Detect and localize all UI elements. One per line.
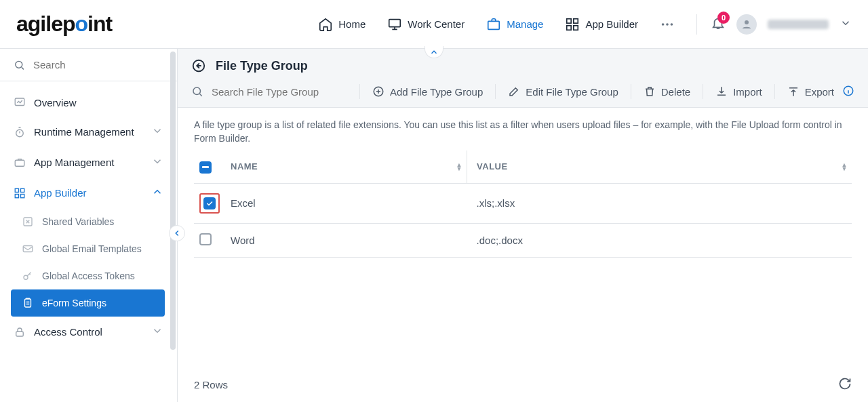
sidebar-item-email-templates[interactable]: Global Email Templates bbox=[11, 235, 177, 262]
user-menu-toggle[interactable] bbox=[840, 17, 852, 31]
svg-rect-15 bbox=[21, 188, 24, 192]
mail-icon bbox=[22, 243, 34, 255]
cell-value: .doc;.docx bbox=[467, 223, 852, 257]
sidebar-eform-label: eForm Settings bbox=[42, 298, 106, 308]
search-icon bbox=[14, 59, 25, 71]
delete-label: Delete bbox=[661, 86, 690, 98]
svg-rect-17 bbox=[21, 194, 24, 197]
header-name[interactable]: NAME ▲▼ bbox=[225, 150, 467, 183]
header-right-group: 0 bbox=[696, 14, 852, 35]
export-label: Export bbox=[805, 86, 834, 98]
trash-icon bbox=[644, 85, 656, 98]
nav-app-builder-label: App Builder bbox=[585, 18, 638, 30]
sidebar-shared-vars-label: Shared Variables bbox=[42, 216, 114, 227]
svg-rect-5 bbox=[574, 25, 578, 29]
avatar[interactable] bbox=[736, 14, 757, 35]
sidebar-item-shared-variables[interactable]: Shared Variables bbox=[11, 208, 177, 235]
sidebar-item-app-management[interactable]: App Management bbox=[0, 147, 177, 178]
username-label bbox=[768, 20, 829, 29]
main-content: File Type Group Add File Type Group Edit… bbox=[178, 49, 868, 402]
svg-rect-14 bbox=[15, 188, 18, 192]
toolbar-divider bbox=[359, 84, 360, 99]
sidebar-appbuilder-label: App Builder bbox=[34, 187, 87, 199]
svg-point-9 bbox=[745, 20, 749, 24]
pencil-icon bbox=[508, 85, 520, 98]
row-checkbox[interactable] bbox=[203, 197, 216, 209]
toolbar: Add File Type Group Edit File Type Group… bbox=[178, 79, 868, 107]
row-checkbox[interactable] bbox=[199, 233, 212, 245]
stopwatch-icon bbox=[14, 126, 26, 138]
nav-home[interactable]: Home bbox=[318, 17, 366, 32]
nav-work-center[interactable]: Work Center bbox=[387, 17, 465, 32]
header-select-all[interactable] bbox=[194, 150, 225, 183]
table-footer: 2 Rows bbox=[194, 377, 852, 393]
sidebar-scrollbar[interactable] bbox=[170, 52, 176, 350]
header-name-label: NAME bbox=[231, 161, 258, 172]
page-header: File Type Group Add File Type Group Edit… bbox=[178, 49, 868, 108]
table-row[interactable]: Word .doc;.docx bbox=[194, 223, 852, 257]
monitor-icon bbox=[387, 17, 402, 32]
nav-manage[interactable]: Manage bbox=[486, 17, 543, 32]
nav-work-center-label: Work Center bbox=[408, 18, 465, 30]
edit-label: Edit File Type Group bbox=[526, 86, 618, 98]
sidebar-search-input[interactable] bbox=[32, 58, 163, 71]
toolbar-divider bbox=[631, 84, 631, 99]
nav-home-label: Home bbox=[338, 18, 366, 30]
svg-point-20 bbox=[24, 275, 28, 279]
sidebar-email-label: Global Email Templates bbox=[42, 243, 142, 254]
home-icon bbox=[318, 17, 333, 32]
chevron-left-icon bbox=[172, 228, 182, 238]
edit-button[interactable]: Edit File Type Group bbox=[508, 85, 618, 98]
add-button[interactable]: Add File Type Group bbox=[372, 85, 483, 98]
page-title: File Type Group bbox=[216, 59, 308, 73]
toolbar-search[interactable] bbox=[191, 85, 347, 98]
briefcase-icon bbox=[14, 157, 26, 169]
svg-rect-3 bbox=[574, 18, 578, 22]
import-label: Import bbox=[733, 86, 762, 98]
refresh-button[interactable] bbox=[838, 377, 852, 393]
sidebar-item-overview[interactable]: Overview bbox=[0, 88, 177, 117]
sidebar-group: Overview Runtime Management App Manageme… bbox=[0, 81, 177, 354]
svg-rect-13 bbox=[15, 160, 24, 166]
sidebar-item-app-builder[interactable]: App Builder bbox=[0, 178, 177, 208]
nav-app-builder[interactable]: App Builder bbox=[565, 17, 638, 32]
nav-more[interactable] bbox=[660, 17, 675, 32]
add-label: Add File Type Group bbox=[390, 86, 483, 98]
page-title-row: File Type Group bbox=[178, 49, 868, 79]
import-button[interactable]: Import bbox=[715, 85, 762, 98]
select-all-checkbox[interactable] bbox=[199, 161, 212, 174]
chart-icon bbox=[14, 96, 26, 108]
export-button[interactable]: Export bbox=[787, 85, 834, 98]
info-button[interactable] bbox=[842, 85, 854, 99]
sidebar-item-eform-settings[interactable]: eForm Settings bbox=[11, 289, 165, 317]
svg-rect-2 bbox=[567, 18, 571, 22]
user-icon bbox=[741, 18, 753, 31]
delete-button[interactable]: Delete bbox=[644, 85, 690, 98]
back-button[interactable] bbox=[191, 58, 206, 73]
toolbar-divider bbox=[703, 84, 703, 99]
svg-rect-22 bbox=[16, 331, 24, 336]
lock-icon bbox=[14, 326, 26, 338]
plus-circle-icon bbox=[372, 85, 384, 98]
sidebar-collapse-toggle[interactable] bbox=[169, 225, 185, 241]
annotation-highlight bbox=[199, 193, 220, 214]
body-layout: Overview Runtime Management App Manageme… bbox=[0, 49, 868, 402]
svg-rect-19 bbox=[23, 246, 33, 252]
sidebar-search[interactable] bbox=[0, 49, 177, 81]
svg-point-8 bbox=[671, 23, 673, 26]
chevron-down-icon bbox=[151, 155, 163, 169]
notifications-button[interactable]: 0 bbox=[711, 16, 726, 33]
toolbar-search-input[interactable] bbox=[210, 85, 342, 98]
table-row[interactable]: Excel .xls;.xlsx bbox=[194, 183, 852, 223]
sidebar-item-access-control[interactable]: Access Control bbox=[0, 317, 177, 347]
key-icon bbox=[22, 270, 34, 282]
info-icon bbox=[842, 85, 854, 97]
more-icon bbox=[660, 17, 675, 32]
notification-count-badge: 0 bbox=[717, 12, 730, 24]
cell-value: .xls;.xlsx bbox=[467, 183, 852, 223]
sort-icon: ▲▼ bbox=[456, 163, 462, 171]
chevron-down-icon bbox=[151, 325, 163, 339]
header-value[interactable]: VALUE ▲▼ bbox=[467, 150, 852, 183]
sidebar-item-access-tokens[interactable]: Global Access Tokens bbox=[11, 262, 177, 289]
sidebar-item-runtime-management[interactable]: Runtime Management bbox=[0, 117, 177, 147]
